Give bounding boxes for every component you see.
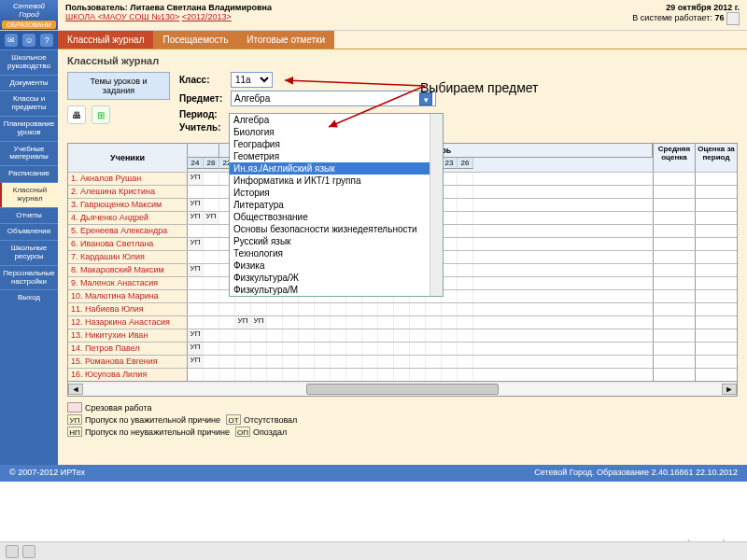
- subject-option[interactable]: Информатика и ИКТ/1 группа: [230, 175, 443, 187]
- student-link[interactable]: 16. Юсупова Лилия: [71, 370, 147, 379]
- grade-cell[interactable]: [204, 225, 219, 237]
- grade-cell[interactable]: [188, 369, 204, 381]
- grade-cell[interactable]: [410, 343, 426, 355]
- subject-select[interactable]: Алгебра▾: [231, 91, 436, 106]
- grade-cell[interactable]: [299, 329, 315, 342]
- grade-cell[interactable]: [251, 369, 267, 381]
- grade-cell[interactable]: [299, 369, 315, 381]
- student-link[interactable]: 4. Дьяченко Андрей: [71, 213, 148, 222]
- grade-cell[interactable]: УП: [188, 199, 204, 211]
- print-icon[interactable]: 🖶: [67, 105, 86, 124]
- grade-cell[interactable]: [235, 303, 251, 315]
- subject-option[interactable]: Основы безопасности жизнедеятельности: [230, 223, 443, 235]
- grade-cell[interactable]: УП: [188, 329, 204, 342]
- grade-cell[interactable]: [299, 303, 315, 315]
- grade-cell[interactable]: [188, 277, 204, 289]
- grade-cell[interactable]: [219, 356, 235, 368]
- grade-cell[interactable]: [442, 277, 458, 289]
- mail-icon[interactable]: ✉: [5, 34, 18, 47]
- grade-cell[interactable]: [442, 199, 458, 211]
- grade-cell[interactable]: [188, 186, 204, 198]
- grade-cell[interactable]: [442, 186, 458, 198]
- grade-cell[interactable]: [331, 356, 346, 368]
- grade-cell[interactable]: [394, 369, 410, 381]
- grade-cell[interactable]: [283, 369, 299, 381]
- grade-cell[interactable]: [188, 225, 204, 237]
- grade-cell[interactable]: [458, 316, 473, 329]
- grade-cell[interactable]: [442, 356, 458, 368]
- grade-cell[interactable]: [458, 251, 473, 263]
- sidebar-item-7[interactable]: Отчеты: [0, 207, 58, 224]
- grade-cell[interactable]: [315, 343, 331, 355]
- sidebar-item-6[interactable]: Классный журнал: [0, 182, 58, 207]
- grade-cell[interactable]: [394, 329, 410, 342]
- grade-cell[interactable]: [426, 303, 442, 315]
- subject-option[interactable]: Физика: [230, 259, 443, 272]
- subject-option[interactable]: Технология: [230, 247, 443, 259]
- student-link[interactable]: 14. Петров Павел: [71, 343, 140, 353]
- grade-cell[interactable]: [362, 329, 378, 342]
- grade-cell[interactable]: [204, 343, 219, 355]
- grade-cell[interactable]: [235, 329, 251, 342]
- grade-cell[interactable]: [442, 303, 458, 315]
- grade-cell[interactable]: [362, 343, 378, 355]
- grade-cell[interactable]: [458, 212, 473, 224]
- grade-cell[interactable]: [362, 369, 378, 381]
- grade-cell[interactable]: [378, 356, 394, 368]
- grade-cell[interactable]: [204, 173, 219, 185]
- grade-cell[interactable]: [394, 303, 410, 315]
- grade-cell[interactable]: УП: [188, 212, 204, 224]
- grade-cell[interactable]: [458, 277, 473, 289]
- grade-cell[interactable]: [267, 369, 283, 381]
- grade-cell[interactable]: [267, 316, 283, 329]
- tab-attendance[interactable]: Посещаемость: [153, 31, 237, 49]
- grade-cell[interactable]: [204, 251, 219, 263]
- sidebar-item-11[interactable]: Выход: [0, 289, 58, 306]
- grade-cell[interactable]: [458, 199, 473, 211]
- grade-cell[interactable]: [458, 343, 473, 355]
- subject-option[interactable]: Физкультура/Ж: [230, 272, 443, 284]
- grade-cell[interactable]: [410, 369, 426, 381]
- grade-cell[interactable]: [299, 356, 315, 368]
- grade-cell[interactable]: [442, 329, 458, 342]
- grade-cell[interactable]: [267, 356, 283, 368]
- subject-option[interactable]: Физкультура/М: [230, 284, 443, 296]
- grade-cell[interactable]: [219, 369, 235, 381]
- grade-cell[interactable]: [378, 329, 394, 342]
- student-link[interactable]: 11. Набиева Юлия: [71, 304, 144, 314]
- grade-cell[interactable]: [378, 343, 394, 355]
- grade-cell[interactable]: [283, 303, 299, 315]
- grade-cell[interactable]: [426, 316, 442, 329]
- grade-cell[interactable]: [458, 225, 473, 237]
- excel-icon[interactable]: ⊞: [92, 105, 110, 124]
- grade-cell[interactable]: [442, 290, 458, 302]
- grade-cell[interactable]: [204, 238, 219, 250]
- grade-cell[interactable]: [346, 356, 362, 368]
- grade-cell[interactable]: [410, 303, 426, 315]
- scroll-right-icon[interactable]: ►: [722, 384, 737, 395]
- grade-cell[interactable]: [251, 356, 267, 368]
- grade-cell[interactable]: [458, 329, 473, 342]
- scroll-left-icon[interactable]: ◄: [68, 384, 83, 395]
- grade-cell[interactable]: [442, 343, 458, 355]
- grade-cell[interactable]: [458, 238, 473, 250]
- student-link[interactable]: 9. Маленок Анастасия: [71, 278, 158, 287]
- grade-cell[interactable]: [458, 264, 473, 276]
- grade-cell[interactable]: [204, 369, 219, 381]
- grade-cell[interactable]: [283, 329, 299, 342]
- grade-cell[interactable]: [362, 303, 378, 315]
- grade-cell[interactable]: [426, 329, 442, 342]
- horizontal-scrollbar[interactable]: ◄ ►: [67, 382, 738, 397]
- grade-cell[interactable]: [442, 212, 458, 224]
- lesson-topics-button[interactable]: Темы уроков и задания: [67, 72, 170, 100]
- grade-cell[interactable]: [426, 369, 442, 381]
- grade-cell[interactable]: [331, 369, 346, 381]
- sidebar-item-10[interactable]: Персональные настройки: [0, 265, 58, 290]
- student-link[interactable]: 5. Еренеева Александра: [71, 226, 167, 235]
- grade-cell[interactable]: [219, 303, 235, 315]
- grade-cell[interactable]: УП: [235, 316, 251, 329]
- grade-cell[interactable]: [188, 316, 204, 329]
- grade-cell[interactable]: [458, 303, 473, 315]
- grade-cell[interactable]: [204, 186, 219, 198]
- student-link[interactable]: 2. Алешина Кристина: [71, 187, 155, 196]
